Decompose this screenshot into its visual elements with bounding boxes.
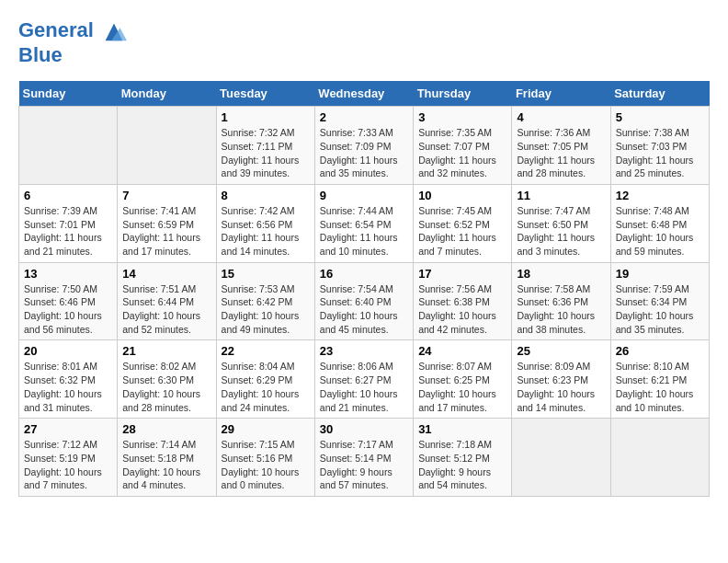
- day-info: Sunrise: 8:10 AM Sunset: 6:21 PM Dayligh…: [616, 360, 704, 414]
- day-number: 19: [616, 267, 704, 281]
- logo-blue: Blue: [18, 44, 127, 66]
- day-cell: 15Sunrise: 7:53 AM Sunset: 6:42 PM Dayli…: [216, 262, 314, 340]
- day-info: Sunrise: 7:53 AM Sunset: 6:42 PM Dayligh…: [222, 282, 310, 337]
- day-cell: 30Sunrise: 7:17 AM Sunset: 5:14 PM Dayli…: [314, 419, 413, 497]
- day-cell: 12Sunrise: 7:48 AM Sunset: 6:48 PM Dayli…: [610, 184, 709, 262]
- day-cell: [610, 419, 709, 497]
- day-info: Sunrise: 7:42 AM Sunset: 6:56 PM Dayligh…: [222, 204, 310, 259]
- day-number: 9: [320, 189, 408, 202]
- calendar-table: SundayMondayTuesdayWednesdayThursdayFrid…: [18, 81, 710, 497]
- weekday-header-friday: Friday: [512, 81, 610, 107]
- day-number: 6: [24, 189, 112, 202]
- day-number: 4: [517, 110, 605, 124]
- day-number: 11: [517, 189, 605, 202]
- day-cell: 18Sunrise: 7:58 AM Sunset: 6:36 PM Dayli…: [512, 262, 610, 340]
- day-cell: 10Sunrise: 7:45 AM Sunset: 6:52 PM Dayli…: [414, 184, 512, 262]
- week-row-4: 20Sunrise: 8:01 AM Sunset: 6:32 PM Dayli…: [19, 340, 710, 419]
- day-number: 1: [222, 110, 310, 124]
- day-cell: 2Sunrise: 7:33 AM Sunset: 7:09 PM Daylig…: [314, 107, 413, 185]
- day-cell: 28Sunrise: 7:14 AM Sunset: 5:18 PM Dayli…: [118, 419, 216, 497]
- day-cell: 11Sunrise: 7:47 AM Sunset: 6:50 PM Dayli…: [512, 184, 610, 262]
- day-info: Sunrise: 8:02 AM Sunset: 6:30 PM Dayligh…: [122, 360, 210, 414]
- day-cell: [19, 107, 118, 185]
- day-info: Sunrise: 7:36 AM Sunset: 7:05 PM Dayligh…: [517, 126, 605, 180]
- day-cell: [118, 107, 216, 185]
- day-info: Sunrise: 7:54 AM Sunset: 6:40 PM Dayligh…: [320, 282, 408, 337]
- day-cell: 9Sunrise: 7:44 AM Sunset: 6:54 PM Daylig…: [314, 184, 413, 262]
- day-info: Sunrise: 7:32 AM Sunset: 7:11 PM Dayligh…: [222, 126, 310, 180]
- day-cell: 29Sunrise: 7:15 AM Sunset: 5:16 PM Dayli…: [216, 419, 314, 497]
- week-row-1: 1Sunrise: 7:32 AM Sunset: 7:11 PM Daylig…: [19, 107, 710, 185]
- weekday-header-thursday: Thursday: [414, 81, 512, 107]
- day-cell: 4Sunrise: 7:36 AM Sunset: 7:05 PM Daylig…: [512, 107, 610, 185]
- day-number: 10: [418, 189, 506, 202]
- logo-icon: [101, 18, 127, 44]
- day-cell: 14Sunrise: 7:51 AM Sunset: 6:44 PM Dayli…: [118, 262, 216, 340]
- day-cell: 31Sunrise: 7:18 AM Sunset: 5:12 PM Dayli…: [414, 419, 512, 497]
- day-info: Sunrise: 7:51 AM Sunset: 6:44 PM Dayligh…: [122, 282, 210, 337]
- day-info: Sunrise: 7:14 AM Sunset: 5:18 PM Dayligh…: [122, 438, 210, 492]
- page-header: General Blue: [18, 18, 710, 66]
- day-info: Sunrise: 7:12 AM Sunset: 5:19 PM Dayligh…: [24, 438, 112, 492]
- day-number: 26: [616, 344, 704, 358]
- day-info: Sunrise: 7:48 AM Sunset: 6:48 PM Dayligh…: [616, 204, 704, 259]
- day-number: 17: [418, 267, 506, 281]
- day-info: Sunrise: 7:44 AM Sunset: 6:54 PM Dayligh…: [320, 204, 408, 259]
- weekday-header-row: SundayMondayTuesdayWednesdayThursdayFrid…: [19, 81, 710, 107]
- day-info: Sunrise: 7:17 AM Sunset: 5:14 PM Dayligh…: [320, 438, 408, 492]
- weekday-header-monday: Monday: [118, 81, 216, 107]
- day-number: 21: [122, 344, 210, 358]
- day-info: Sunrise: 7:59 AM Sunset: 6:34 PM Dayligh…: [616, 282, 704, 337]
- day-cell: 22Sunrise: 8:04 AM Sunset: 6:29 PM Dayli…: [216, 340, 314, 419]
- day-number: 7: [122, 189, 210, 202]
- day-info: Sunrise: 8:01 AM Sunset: 6:32 PM Dayligh…: [24, 360, 112, 414]
- day-number: 29: [222, 422, 310, 436]
- day-number: 30: [320, 422, 408, 436]
- day-number: 16: [320, 267, 408, 281]
- day-info: Sunrise: 7:45 AM Sunset: 6:52 PM Dayligh…: [418, 204, 506, 259]
- day-number: 15: [222, 267, 310, 281]
- day-info: Sunrise: 8:07 AM Sunset: 6:25 PM Dayligh…: [418, 360, 506, 414]
- day-number: 24: [418, 344, 506, 358]
- day-number: 22: [222, 344, 310, 358]
- day-number: 12: [616, 189, 704, 202]
- day-cell: 7Sunrise: 7:41 AM Sunset: 6:59 PM Daylig…: [118, 184, 216, 262]
- day-number: 8: [222, 189, 310, 202]
- day-cell: 6Sunrise: 7:39 AM Sunset: 7:01 PM Daylig…: [19, 184, 118, 262]
- day-number: 28: [122, 422, 210, 436]
- day-cell: 16Sunrise: 7:54 AM Sunset: 6:40 PM Dayli…: [314, 262, 413, 340]
- day-cell: 27Sunrise: 7:12 AM Sunset: 5:19 PM Dayli…: [19, 419, 118, 497]
- day-cell: 26Sunrise: 8:10 AM Sunset: 6:21 PM Dayli…: [610, 340, 709, 419]
- day-number: 31: [418, 422, 506, 436]
- day-info: Sunrise: 7:41 AM Sunset: 6:59 PM Dayligh…: [122, 204, 210, 259]
- day-info: Sunrise: 7:35 AM Sunset: 7:07 PM Dayligh…: [418, 126, 506, 180]
- day-cell: 24Sunrise: 8:07 AM Sunset: 6:25 PM Dayli…: [414, 340, 512, 419]
- day-cell: 25Sunrise: 8:09 AM Sunset: 6:23 PM Dayli…: [512, 340, 610, 419]
- day-number: 3: [418, 110, 506, 124]
- day-cell: 17Sunrise: 7:56 AM Sunset: 6:38 PM Dayli…: [414, 262, 512, 340]
- day-number: 27: [24, 422, 112, 436]
- day-number: 14: [122, 267, 210, 281]
- day-number: 20: [24, 344, 112, 358]
- weekday-header-saturday: Saturday: [610, 81, 709, 107]
- day-info: Sunrise: 8:09 AM Sunset: 6:23 PM Dayligh…: [517, 360, 605, 414]
- day-info: Sunrise: 7:18 AM Sunset: 5:12 PM Dayligh…: [418, 438, 506, 492]
- day-cell: 21Sunrise: 8:02 AM Sunset: 6:30 PM Dayli…: [118, 340, 216, 419]
- day-cell: 5Sunrise: 7:38 AM Sunset: 7:03 PM Daylig…: [610, 107, 709, 185]
- weekday-header-sunday: Sunday: [19, 81, 118, 107]
- logo-text: General: [18, 18, 127, 44]
- day-info: Sunrise: 8:06 AM Sunset: 6:27 PM Dayligh…: [320, 360, 408, 414]
- day-info: Sunrise: 7:39 AM Sunset: 7:01 PM Dayligh…: [24, 204, 112, 259]
- day-number: 18: [517, 267, 605, 281]
- logo: General Blue: [18, 18, 127, 66]
- day-number: 23: [320, 344, 408, 358]
- day-cell: 3Sunrise: 7:35 AM Sunset: 7:07 PM Daylig…: [414, 107, 512, 185]
- day-number: 13: [24, 267, 112, 281]
- weekday-header-wednesday: Wednesday: [314, 81, 413, 107]
- day-number: 5: [616, 110, 704, 124]
- day-cell: [512, 419, 610, 497]
- day-info: Sunrise: 8:04 AM Sunset: 6:29 PM Dayligh…: [222, 360, 310, 414]
- day-cell: 8Sunrise: 7:42 AM Sunset: 6:56 PM Daylig…: [216, 184, 314, 262]
- day-cell: 19Sunrise: 7:59 AM Sunset: 6:34 PM Dayli…: [610, 262, 709, 340]
- day-cell: 20Sunrise: 8:01 AM Sunset: 6:32 PM Dayli…: [19, 340, 118, 419]
